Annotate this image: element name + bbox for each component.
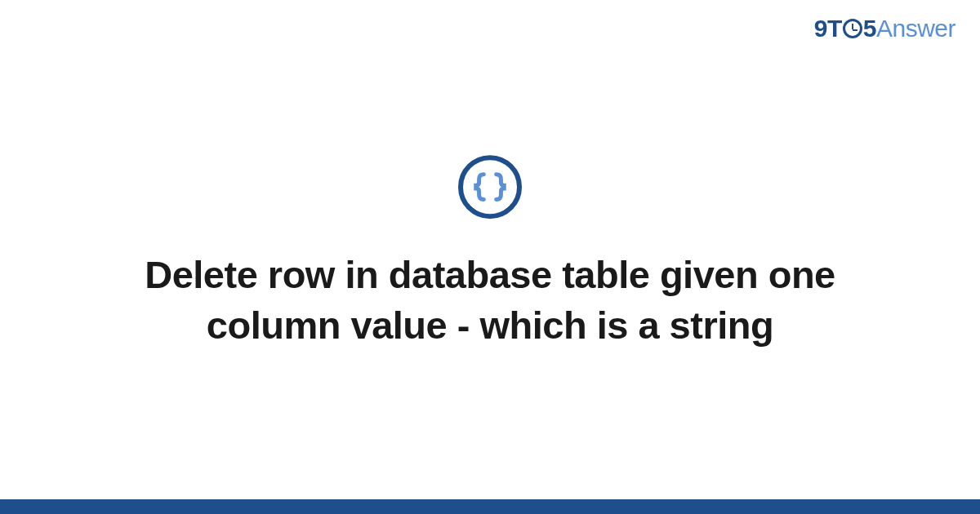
code-braces-icon (458, 155, 522, 219)
logo-text-answer: Answer (876, 15, 956, 42)
main-content: Delete row in database table given one c… (0, 155, 980, 351)
logo-text-5: 5 (863, 15, 876, 42)
page-title: Delete row in database table given one c… (90, 250, 890, 351)
site-logo: 9T 5 Answer (814, 15, 956, 42)
footer-accent-bar (0, 499, 980, 514)
logo-text-9t: 9T (814, 15, 842, 42)
clock-icon (843, 19, 862, 38)
